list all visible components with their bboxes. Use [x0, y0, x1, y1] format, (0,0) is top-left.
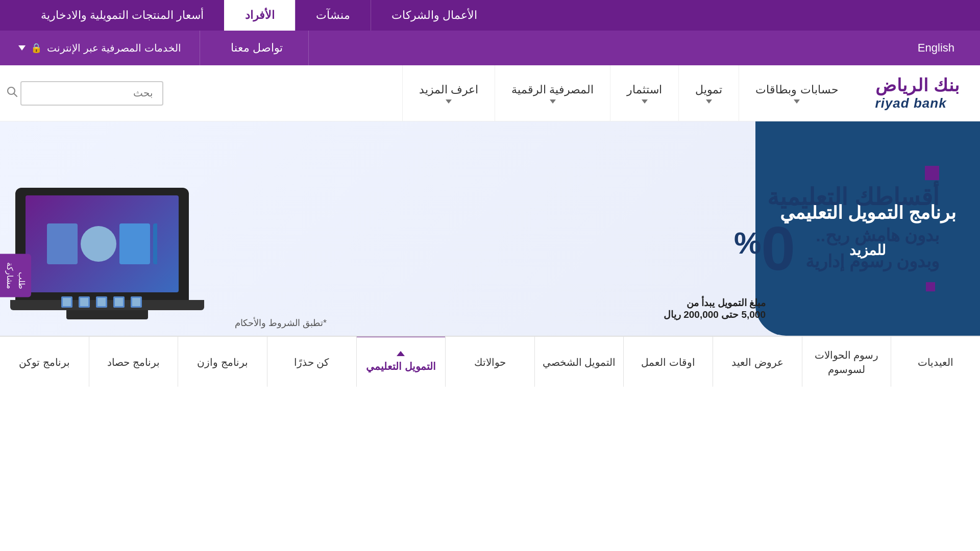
nav-enterprises[interactable]: منشآت [295, 0, 371, 31]
chair-2 [113, 296, 125, 308]
laptop-screen-area [15, 188, 189, 300]
tab-be-careful[interactable]: كن حذرًا [267, 337, 356, 387]
contact-button[interactable]: تواصل معنا [200, 31, 309, 65]
language-switch-button[interactable]: English [892, 31, 980, 65]
tab-eid[interactable]: العيديات [891, 337, 980, 387]
svg-line-1 [14, 93, 17, 96]
search-area [20, 81, 163, 106]
decorative-square [925, 166, 939, 180]
logo-area: بنك الرياض riyad bank [875, 75, 960, 111]
banking-online-label: الخدمات المصرفية عبر الإنترنت [47, 42, 181, 54]
chevron-down-icon [794, 99, 800, 104]
nav-learn-more[interactable]: اعرف المزيد [402, 65, 495, 121]
hero-text-block: أقساطك التعليمية بدون هامش ربح.. وبدون ر… [734, 166, 939, 291]
book-cover [119, 223, 150, 264]
main-header: بنك الرياض riyad bank حسابات وبطاقات تمو… [0, 65, 980, 121]
tab-personal-finance[interactable]: التمويل الشخصي [534, 337, 624, 387]
hero-subtitle-line3: وبدون رسوم إدارية [805, 248, 939, 274]
amount-label: مبلغ التمويل يبدأ من [664, 297, 766, 309]
laptop-stand [66, 310, 148, 319]
hero-subtitle-line2: بدون هامش ربح.. [805, 222, 939, 248]
tab-bar: العيديات رسوم الحوالات لسوسوم عروض العيد… [0, 336, 980, 387]
logo-arabic: بنك الرياض [875, 75, 960, 95]
tab-token[interactable]: برنامج توكن [0, 337, 89, 387]
search-icon [7, 86, 18, 101]
nav-digital-banking[interactable]: المصرفية الرقمية [495, 65, 610, 121]
nav-individuals[interactable]: الأفراد [224, 0, 295, 31]
chevron-down-icon [446, 99, 452, 104]
hero-amount-info: مبلغ التمويل يبدأ من 5,000 حتى 200,000 ر… [664, 297, 766, 320]
nav-business[interactable]: الأعمال والشركات [371, 0, 498, 31]
chair-3 [96, 296, 107, 308]
hero-percent-number: 0 [761, 218, 795, 279]
side-tab-request[interactable]: طلبمشاركة [0, 254, 31, 297]
nav-investment[interactable]: استثمار [610, 65, 678, 121]
dropdown-arrow-icon [18, 45, 26, 51]
hero-conditions: *تطبق الشروط والأحكام [235, 317, 327, 329]
nav-financing-prices[interactable]: أسعار المنتجات التمويلية والادخارية [20, 0, 224, 31]
chevron-down-icon [642, 99, 648, 104]
book-spine [153, 223, 157, 264]
nav-financing[interactable]: تمويل [678, 65, 739, 121]
chair-1 [131, 296, 142, 308]
secondary-navigation: 🔒 الخدمات المصرفية عبر الإنترنت تواصل مع… [0, 31, 980, 65]
tab-hasad[interactable]: برنامج حصاد [89, 337, 178, 387]
tab-eid-offers[interactable]: عروض العيد [713, 337, 802, 387]
chevron-down-icon [550, 99, 556, 104]
amount-value: 5,000 حتى 200,000 ريال [664, 309, 766, 320]
contact-label: تواصل معنا [231, 41, 283, 55]
main-nav-links: حسابات وبطاقات تمويل استثمار المصرفية ال… [184, 65, 855, 121]
lock-icon: 🔒 [31, 42, 42, 54]
tab-work-hours[interactable]: اوقات العمل [623, 337, 713, 387]
nav-accounts[interactable]: حسابات وبطاقات [739, 65, 854, 121]
chairs-decoration [61, 296, 142, 308]
laptop-screen [26, 195, 179, 292]
book-cover-2 [47, 223, 78, 264]
top-navigation: الأعمال والشركات منشآت الأفراد أسعار الم… [0, 0, 980, 31]
chair-4 [79, 296, 90, 308]
laptop-illustration [10, 178, 194, 320]
hero-percent-symbol: % [734, 226, 761, 261]
screen-circle [81, 226, 116, 262]
decorative-square-small [926, 282, 935, 291]
tab-transfers[interactable]: حوالاتك [445, 337, 534, 387]
search-input[interactable] [24, 87, 153, 99]
chevron-down-icon [706, 99, 712, 104]
chevron-up-icon [397, 351, 405, 356]
hero-title-line1: أقساطك التعليمية [734, 182, 939, 213]
banking-online-button[interactable]: 🔒 الخدمات المصرفية عبر الإنترنت [0, 31, 200, 65]
logo-english: riyad bank [875, 95, 947, 111]
hero-banner: أقساطك التعليمية بدون هامش ربح.. وبدون ر… [0, 121, 980, 336]
chair-5 [61, 296, 72, 308]
tab-educational-finance[interactable]: التمويل التعليمي [356, 336, 446, 387]
tab-transfer-fees[interactable]: رسوم الحوالات لسوسوم [802, 337, 891, 387]
tab-wazn[interactable]: برنامج وازن [178, 337, 267, 387]
